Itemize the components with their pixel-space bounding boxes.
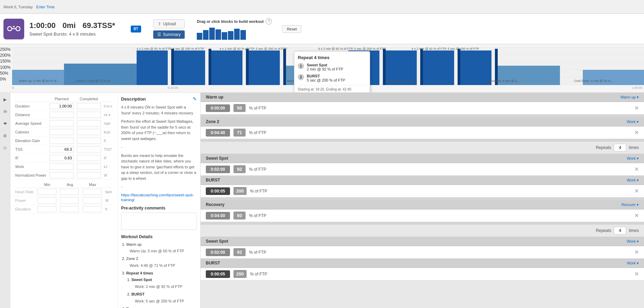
elevation-completed-input[interactable] (77, 138, 101, 144)
sweetspot2-label: Sweet Spot (206, 239, 228, 244)
detail3-2-sub: Work: 5 sec @ 200 % of FTP (131, 298, 197, 305)
power-avg-input[interactable] (60, 197, 79, 204)
block-preview[interactable] (234, 29, 240, 40)
tooltip-item-2: 2 BURST 5 sec @ 200 % of FTP (298, 74, 366, 82)
tss-planned-input[interactable] (49, 146, 74, 152)
time-label-60: 1:00:00 (632, 86, 642, 90)
pre-activity-input[interactable] (121, 213, 197, 230)
edit-icon[interactable]: ✎ (193, 96, 197, 102)
heart-icon[interactable]: ❤ (2, 120, 9, 127)
sweetspot2-action[interactable]: Work ▾ (627, 239, 639, 244)
hr-min-input[interactable] (37, 189, 56, 195)
sweetspot2-close-button[interactable]: ✕ (634, 249, 639, 255)
desc-link[interactable]: https://fascatcoaching.com/tips/sweet-sp… (121, 193, 194, 202)
block-preview[interactable] (240, 30, 246, 40)
burst2-unit: % of FTP (250, 272, 267, 277)
burst1-close-button[interactable]: ✕ (634, 188, 639, 194)
warmup-close-button[interactable]: ✕ (634, 105, 639, 111)
repeats2-input[interactable] (614, 227, 626, 234)
block-preview[interactable] (209, 28, 215, 40)
duration-unit: h:m:s (102, 102, 114, 111)
elevation-planned-input[interactable] (49, 138, 74, 144)
burst2-block-row: 0:00:05 200 % of FTP ✕ (201, 268, 644, 280)
distance-planned-input[interactable] (49, 112, 74, 118)
norm-power-completed-input[interactable] (77, 172, 101, 178)
summary-button[interactable]: ☰ Summary (153, 30, 185, 39)
if-completed-input[interactable] (77, 155, 101, 161)
calories-planned-input[interactable] (49, 129, 74, 135)
work-planned-input[interactable] (49, 164, 74, 170)
detail3-subitems: Sweet Spot Work: 2 min @ 92 % of FTP BUR… (126, 277, 197, 305)
sweetspot1-action[interactable]: Work ▾ (627, 156, 639, 161)
avg-speed-label: Average Speed (14, 119, 48, 128)
avg-speed-completed-input[interactable] (77, 120, 101, 127)
time-label-0: 0 (12, 86, 14, 90)
svg-rect-16 (174, 50, 205, 85)
repeats1-label: Repeats (596, 145, 611, 150)
help-icon[interactable]: ? (266, 18, 272, 25)
tss-completed-input[interactable] (77, 146, 101, 152)
elev2-max-input[interactable] (83, 206, 102, 212)
elevation-row: Elevation Gain ft (14, 137, 114, 145)
burst1-action[interactable]: Work ▾ (627, 178, 639, 183)
block-preview[interactable] (203, 30, 209, 40)
zone2-intensity: 71 (233, 129, 246, 137)
side-icons: ▶ ✉ ❤ ⚙ ⏲ (0, 93, 10, 308)
duration-completed-input[interactable] (77, 103, 101, 109)
desc-text3: - (121, 144, 197, 150)
recovery1-action[interactable]: Recover ▾ (622, 203, 639, 207)
workout-distance: 0mi (63, 21, 76, 30)
enter-time-link[interactable]: Enter Time (36, 5, 55, 9)
hr-avg-input[interactable] (60, 189, 79, 195)
repeat-tooltip: Repeat 4 times 1 Sweet Spot 2 min @ 92 %… (294, 51, 370, 93)
svg-rect-28 (458, 49, 460, 85)
burst2-close-button[interactable]: ✕ (634, 271, 639, 277)
repeats1-input[interactable] (614, 144, 626, 151)
burst1-intensity: 200 (233, 187, 247, 195)
hr-max-input[interactable] (83, 189, 102, 195)
warmup-action[interactable]: Warm up ▾ (620, 95, 639, 100)
avg-speed-planned-input[interactable] (49, 120, 74, 127)
reset-button[interactable]: Reset (282, 25, 301, 33)
block-preview[interactable] (222, 32, 227, 40)
upload-button[interactable]: ⇧ Upload (153, 19, 185, 28)
calories-completed-input[interactable] (77, 129, 101, 135)
power-min-input[interactable] (37, 197, 56, 204)
doc-icon[interactable]: ▶ (2, 96, 9, 103)
detail3-1-name: Sweet Spot (131, 278, 152, 282)
recovery1-close-button[interactable]: ✕ (634, 212, 639, 219)
mail-icon[interactable]: ✉ (2, 108, 9, 115)
distance-label: Distance (14, 111, 48, 119)
power-max-input[interactable] (83, 197, 102, 204)
zone2-action[interactable]: Work ▾ (627, 120, 639, 124)
if-planned-input[interactable] (49, 155, 74, 161)
tooltip-item1-info: 2 min @ 92 % of FTP (307, 67, 343, 71)
dropdown-arrow[interactable]: ▾ (109, 113, 110, 117)
detail1-name: Warm up (126, 242, 141, 246)
block-preview[interactable] (197, 33, 202, 40)
duration-planned-input[interactable] (49, 103, 74, 109)
elev2-avg-input[interactable] (60, 206, 79, 212)
norm-power-planned-input[interactable] (49, 172, 74, 178)
sweetspot1-block-row: 0:02:00 92 % of FTP ✕ (201, 163, 644, 175)
max-header: Max (81, 182, 104, 188)
block-preview[interactable] (228, 31, 233, 40)
elev2-min-input[interactable] (37, 206, 56, 212)
repeats1-row: Repeats times (201, 142, 644, 154)
zone2-close-button[interactable]: ✕ (634, 129, 639, 136)
settings-icon[interactable]: ⚙ (2, 132, 9, 139)
burst1-section-row: BURST Work ▾ (201, 176, 644, 185)
block-preview[interactable] (215, 29, 221, 40)
burst2-action[interactable]: Work ▾ (627, 261, 639, 265)
planned-header: Planned (48, 96, 75, 102)
if-label: IF (14, 154, 48, 162)
clock-icon[interactable]: ⏲ (2, 144, 9, 151)
sweetspot1-close-button[interactable]: ✕ (634, 166, 639, 172)
tooltip-item1-num: 1 (298, 63, 304, 69)
sweetspot1-label: Sweet Spot (206, 156, 228, 161)
distance-completed-input[interactable] (77, 112, 101, 118)
avg-speed-unit: mph (102, 119, 114, 128)
work-completed-input[interactable] (77, 164, 101, 170)
duration-row: Duration h:m:s (14, 102, 114, 111)
workout-details-list: Warm up Warm Up: 5 min @ 50 % of FTP Zon… (121, 241, 197, 308)
